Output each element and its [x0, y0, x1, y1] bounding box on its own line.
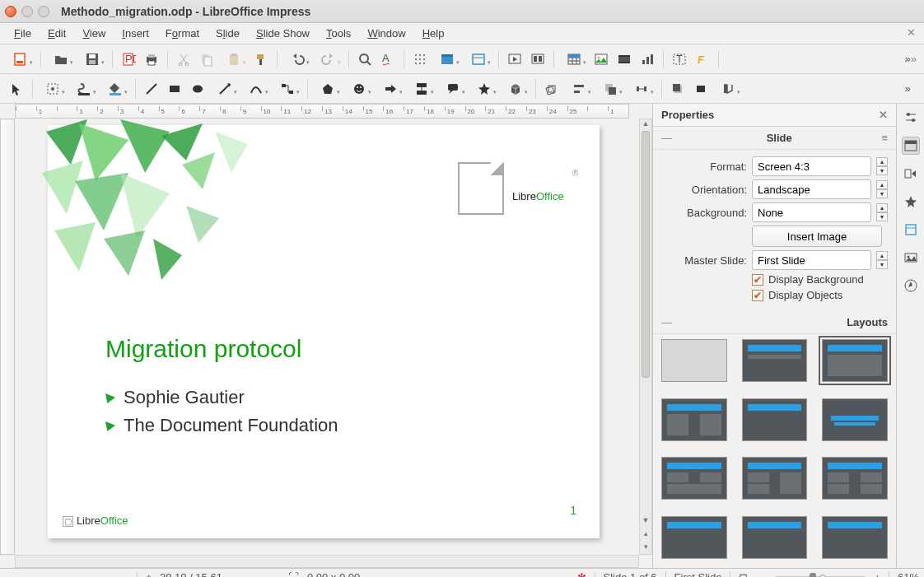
shadow-icon[interactable]: [668, 79, 688, 99]
layout-extra3[interactable]: [822, 516, 888, 559]
insert-av-icon[interactable]: [614, 49, 634, 69]
sidebar-settings-icon[interactable]: [902, 109, 920, 127]
vertical-scrollbar[interactable]: ▲ ▼ ▴ ▾: [639, 119, 652, 555]
undo-icon[interactable]: [283, 49, 311, 69]
view-normal-icon[interactable]: [433, 49, 461, 69]
layout-title-only[interactable]: [742, 398, 808, 441]
ellipse-icon[interactable]: [188, 79, 208, 99]
format-spin-down[interactable]: ▼: [876, 166, 888, 175]
menu-insert[interactable]: Insert: [114, 25, 156, 42]
layout-extra1[interactable]: [661, 516, 727, 559]
start-show-icon[interactable]: [505, 49, 525, 69]
crop-icon[interactable]: [691, 79, 711, 99]
print-icon[interactable]: [142, 49, 161, 69]
horizontal-scrollbar[interactable]: [15, 555, 639, 568]
grid-icon[interactable]: [410, 49, 430, 69]
paste-icon[interactable]: [220, 49, 248, 69]
panel-close-icon[interactable]: ✕: [879, 109, 888, 121]
master-slides-icon[interactable]: [902, 221, 920, 239]
bullet-author[interactable]: Sophie Gautier: [105, 387, 245, 408]
menu-file[interactable]: File: [7, 25, 39, 42]
navigator-icon[interactable]: [902, 277, 920, 295]
next-slide-arrow[interactable]: ▾: [640, 542, 651, 554]
redo-icon[interactable]: [315, 49, 343, 69]
flowchart-icon[interactable]: [408, 79, 436, 99]
format-spin-up[interactable]: ▲: [876, 157, 888, 166]
layout-2x2[interactable]: [661, 457, 727, 500]
drawing-toolbar-overflow-icon[interactable]: »: [898, 79, 917, 99]
horizontal-ruler[interactable]: 1123456789101112131415161718192021222324…: [15, 104, 629, 119]
filter-icon[interactable]: [714, 79, 742, 99]
scroll-up-arrow[interactable]: ▲: [640, 119, 651, 131]
background-select[interactable]: None: [752, 202, 871, 222]
arrange-icon[interactable]: [596, 79, 624, 99]
menu-format[interactable]: Format: [158, 25, 207, 42]
zoom-pan-icon[interactable]: [39, 79, 67, 99]
layout-two-content[interactable]: [661, 398, 727, 441]
insert-image-icon[interactable]: [591, 49, 611, 69]
menu-slide[interactable]: Slide: [208, 25, 247, 42]
menu-edit[interactable]: Edit: [40, 25, 73, 42]
zoom-in-button[interactable]: +: [874, 571, 880, 577]
layout-blank[interactable]: [661, 339, 727, 382]
bullet-org[interactable]: The Document Foundation: [105, 415, 338, 436]
connector-icon[interactable]: [273, 79, 301, 99]
new-icon[interactable]: [7, 49, 35, 69]
save-icon[interactable]: [78, 49, 106, 69]
menu-view[interactable]: View: [75, 25, 113, 42]
slide-canvas[interactable]: LibreOffice ® Migration protocol Sophie …: [15, 119, 639, 555]
arrow-shape-icon[interactable]: [376, 79, 404, 99]
fontwork-icon[interactable]: F: [693, 49, 712, 69]
layout-extra2[interactable]: [742, 516, 808, 559]
layout-title[interactable]: [742, 339, 808, 382]
properties-panel-icon[interactable]: [902, 137, 920, 155]
format-select[interactable]: Screen 4:3: [752, 156, 871, 176]
layout-centered[interactable]: [822, 398, 888, 441]
toolbar-expand-icon[interactable]: »: [911, 53, 917, 65]
view-outline-icon[interactable]: [464, 49, 492, 69]
insert-chart-icon[interactable]: [637, 49, 657, 69]
zoom-percent[interactable]: 61%: [898, 571, 919, 577]
insert-image-button[interactable]: Insert Image: [752, 226, 882, 247]
find-icon[interactable]: [355, 49, 375, 69]
slide-transition-icon[interactable]: [902, 165, 920, 183]
zoom-out-button[interactable]: —: [756, 571, 767, 577]
spellcheck-icon[interactable]: A: [378, 49, 398, 69]
rotate-icon[interactable]: [542, 79, 562, 99]
distribute-icon[interactable]: [628, 79, 656, 99]
menu-help[interactable]: Help: [415, 25, 452, 42]
display-background-checkbox[interactable]: ✔Display Background: [752, 273, 888, 286]
slide-title[interactable]: Migration protocol: [105, 335, 301, 363]
display-objects-checkbox[interactable]: ✔Display Objects: [752, 289, 888, 301]
orientation-select[interactable]: Landscape: [752, 179, 871, 199]
curve-icon[interactable]: [242, 79, 270, 99]
scroll-thumb[interactable]: [642, 131, 650, 378]
vertical-ruler[interactable]: [0, 119, 15, 555]
animation-icon[interactable]: [902, 193, 920, 211]
layout-comparison[interactable]: [742, 457, 808, 500]
symbol-shape-icon[interactable]: [345, 79, 373, 99]
prev-slide-arrow[interactable]: ▴: [640, 529, 651, 541]
layout-title-content[interactable]: [822, 339, 888, 382]
slide-section-header[interactable]: Slide ≡: [653, 127, 896, 150]
save-indicator-icon[interactable]: ✻: [577, 571, 586, 577]
window-maximize-button[interactable]: [38, 6, 49, 17]
line2-icon[interactable]: [211, 79, 239, 99]
fill-color-icon[interactable]: [101, 79, 129, 99]
cut-icon[interactable]: [174, 49, 194, 69]
open-icon[interactable]: [47, 49, 75, 69]
menu-tools[interactable]: Tools: [319, 25, 358, 42]
3d-icon[interactable]: [502, 79, 530, 99]
gallery-icon[interactable]: [902, 249, 920, 267]
insert-textbox-icon[interactable]: T: [670, 49, 689, 69]
rect-icon[interactable]: [165, 79, 184, 99]
menu-slideshow[interactable]: Slide Show: [249, 25, 317, 42]
layout-4boxes[interactable]: [822, 457, 888, 500]
select-icon[interactable]: [7, 79, 26, 99]
scroll-down-arrow[interactable]: ▼: [640, 516, 651, 528]
window-minimize-button[interactable]: [21, 6, 33, 17]
fit-page-icon[interactable]: ⊡: [739, 571, 748, 577]
align-icon[interactable]: [565, 79, 593, 99]
document-close-button[interactable]: ✕: [907, 26, 916, 39]
copy-icon[interactable]: [197, 49, 217, 69]
